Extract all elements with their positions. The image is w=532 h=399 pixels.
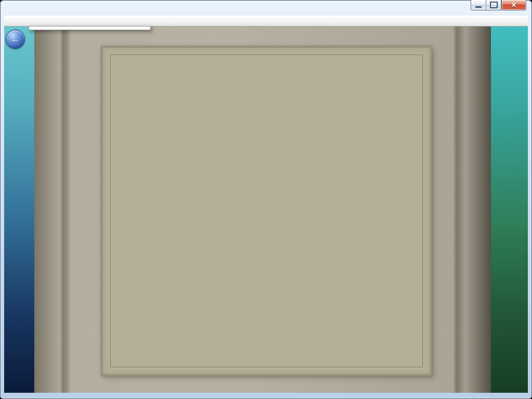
back-button[interactable]: ← xyxy=(6,30,25,49)
close-icon: ✕ xyxy=(511,1,517,9)
table-groove-right xyxy=(453,26,464,393)
table-edge-right xyxy=(467,26,491,393)
game-scene: ← xyxy=(4,26,528,393)
maximize-icon xyxy=(490,2,498,8)
maximize-button[interactable] xyxy=(486,0,501,10)
minimize-icon xyxy=(475,6,482,8)
table-groove-left xyxy=(60,26,71,393)
left-panel: ← xyxy=(4,26,34,393)
caption-buttons: ✕ xyxy=(471,0,526,10)
menu-bar xyxy=(4,16,528,26)
app-window: ✕ ← xyxy=(0,0,532,399)
title-bar[interactable]: ✕ xyxy=(0,0,532,16)
chess-board xyxy=(111,55,422,367)
minimize-button[interactable] xyxy=(471,0,486,10)
echiquier-menu-popup xyxy=(29,26,151,30)
right-panel xyxy=(491,26,528,393)
close-button[interactable]: ✕ xyxy=(501,0,526,10)
back-arrow-icon: ← xyxy=(10,34,20,44)
